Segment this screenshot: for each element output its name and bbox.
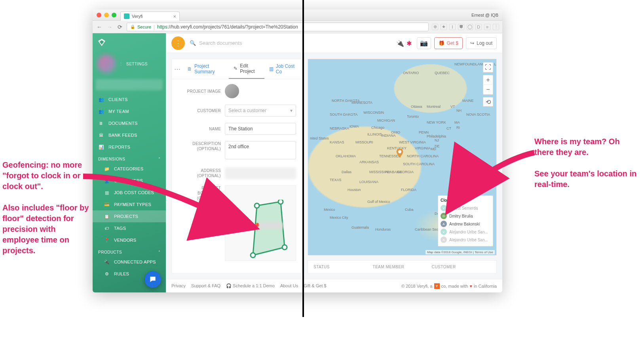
map-label: Houston: [348, 188, 361, 192]
sidebar-item-clients[interactable]: 👥CLIENTS: [93, 94, 166, 105]
rotate-icon[interactable]: ⟲: [483, 97, 493, 107]
favicon-icon: [124, 13, 129, 19]
annotation-left: Geofencing: no more "forgot to clock in …: [2, 160, 89, 256]
close-icon[interactable]: [97, 13, 101, 17]
map-label: MD: [431, 147, 436, 151]
sidebar: ⋮ SETTINGS 👥CLIENTS👥MY TEAM🗎DOCUMENTS🏛BA…: [93, 33, 166, 292]
map-label: INDIANA: [381, 134, 396, 137]
name-input[interactable]: [225, 123, 296, 135]
add-button[interactable]: ⋮: [171, 36, 185, 50]
map-label: Mexico City: [330, 216, 348, 220]
settings-link[interactable]: SETTINGS: [126, 62, 148, 66]
image-divider: [302, 0, 304, 317]
sidebar-group-products[interactable]: PRODUCTS˄: [93, 246, 166, 256]
person-avatar-icon: A: [441, 221, 447, 227]
footer-link[interactable]: Gift & Get $: [304, 283, 326, 288]
project-image[interactable]: [225, 84, 239, 98]
tab-job-cost-codes[interactable]: ▥Job Cost Co: [264, 59, 302, 78]
tab-close-icon[interactable]: ×: [173, 13, 176, 19]
browser-profile[interactable]: Ernest @ IQB: [471, 13, 498, 17]
ext-icon[interactable]: ◯: [467, 24, 473, 30]
map-label: Dallas: [342, 170, 351, 174]
footer-link[interactable]: 🎧 Schedule a 1:1 Demo: [226, 283, 275, 288]
plug-icon[interactable]: 🔌: [396, 40, 403, 47]
forward-icon[interactable]: →: [106, 23, 113, 31]
get-money-button[interactable]: 🎁Get $: [434, 37, 463, 49]
zoom-in-icon[interactable]: +: [483, 75, 493, 85]
footer-link[interactable]: Privacy: [171, 283, 186, 288]
minimize-icon[interactable]: [104, 13, 109, 17]
avatar-row: ⋮ SETTINGS: [93, 52, 166, 79]
map-label: NORTH CAROLINA: [407, 154, 439, 158]
search-input[interactable]: 🔍 Search documents: [190, 40, 391, 46]
sidebar-item-my team[interactable]: 👥MY TEAM: [93, 105, 166, 117]
browser-tab[interactable]: Veryfi ×: [120, 11, 180, 21]
clocked-person[interactable]: VAlejandro Uribe San...: [441, 228, 490, 236]
sidebar-blurred: [96, 79, 163, 90]
col-customer: CUSTOMER: [432, 265, 491, 269]
map-label: PENN: [419, 130, 429, 134]
map-label: nited States: [310, 136, 329, 140]
clocked-person[interactable]: AAndrew Bakonski: [441, 220, 490, 228]
tab-project-summary[interactable]: 🗎Project Summary: [182, 59, 229, 78]
map-label: TEXAS: [330, 178, 342, 182]
reload-icon[interactable]: ⟳: [116, 23, 123, 31]
svg-point-3: [282, 245, 287, 250]
sidebar-group-dimensions[interactable]: DIMENSIONS˄: [93, 153, 166, 163]
zoom-out-icon[interactable]: −: [483, 85, 493, 94]
maximize-icon[interactable]: [112, 13, 116, 17]
map-label: GEORGIA: [397, 170, 414, 174]
ext-icon[interactable]: ★: [441, 24, 447, 30]
label-description: DESCRIPTION (OPTIONAL): [177, 141, 221, 151]
footer-links: PrivacySupport & FAQ🎧 Schedule a 1:1 Dem…: [171, 283, 332, 288]
tab-edit-project[interactable]: ✎Edit Project: [229, 59, 264, 79]
pencil-icon: ✎: [234, 66, 237, 71]
ext-icon[interactable]: ⛊: [458, 24, 464, 30]
map-label: Honduras: [375, 227, 391, 231]
address-bar[interactable]: 🔒 Secure | https://hub.veryfi.com/projec…: [127, 23, 429, 31]
map-attribution: Map data ©2018 Google, INEGI | Terms of …: [426, 250, 495, 254]
logout-icon: ↪: [470, 40, 474, 46]
map-label: ARKANSAS: [359, 160, 379, 164]
avatar[interactable]: [97, 55, 116, 73]
ext-icon[interactable]: D: [475, 24, 482, 30]
map-label: WEST VIRGINIA: [399, 140, 426, 144]
fullscreen-icon[interactable]: ⛶: [483, 62, 493, 73]
map-label: MAINE: [462, 99, 474, 103]
map-label: MINNESOTA: [351, 101, 372, 105]
customer-select[interactable]: Select a customer▾: [225, 105, 296, 116]
logout-button[interactable]: ↪Log out: [466, 37, 497, 49]
tab-title: Veryfi: [132, 14, 143, 19]
sidebar-item-connected apps[interactable]: 🔌CONNECTED APPS: [93, 256, 166, 268]
sidebar-icon: ⚙: [104, 271, 110, 277]
map-marker-icon: [396, 148, 404, 158]
footer-link[interactable]: About Us: [280, 283, 298, 288]
sidebar-item-documents[interactable]: 🗎DOCUMENTS: [93, 117, 166, 129]
col-status: STATUS: [313, 265, 372, 269]
ext-icon[interactable]: ≡: [484, 24, 490, 30]
map-label: NEW YORK: [427, 120, 446, 124]
footer-link[interactable]: Support & FAQ: [191, 283, 220, 288]
sidebar-icon: 👥: [98, 96, 104, 103]
description-input[interactable]: 2nd office: [225, 141, 296, 159]
sidebar-icon: 📁: [104, 166, 110, 172]
sidebar-item-bank feeds[interactable]: 🏛BANK FEEDS: [93, 129, 166, 141]
ext-icon[interactable]: ⊕: [432, 24, 438, 30]
url-text: https://hub.veryfi.com/projects/761/deta…: [157, 24, 298, 30]
zoom-controls: + −: [483, 75, 493, 95]
slack-icon[interactable]: ✱: [407, 40, 414, 47]
map-label: MISSOURI: [355, 140, 373, 144]
menu-icon[interactable]: ⋮: [493, 24, 499, 30]
topbar-right: 🔌 ✱ 📷 🎁Get $ ↪Log out: [396, 37, 497, 49]
clocked-person[interactable]: AAlejandro Uribe San...: [441, 236, 490, 244]
more-icon[interactable]: ⋯: [172, 65, 182, 73]
sidebar-item-reports[interactable]: 📊REPORTS: [93, 141, 166, 153]
chat-bubble-icon[interactable]: [144, 271, 161, 288]
ext-icon[interactable]: I: [449, 24, 456, 30]
camera-button[interactable]: 📷: [417, 37, 431, 49]
back-icon[interactable]: ←: [96, 23, 103, 31]
map-label: RI: [456, 126, 460, 130]
col-team-member: TEAM MEMBER: [372, 265, 431, 269]
map-label: Gulf of Mexico: [367, 200, 390, 204]
map-label: NH: [456, 109, 462, 113]
